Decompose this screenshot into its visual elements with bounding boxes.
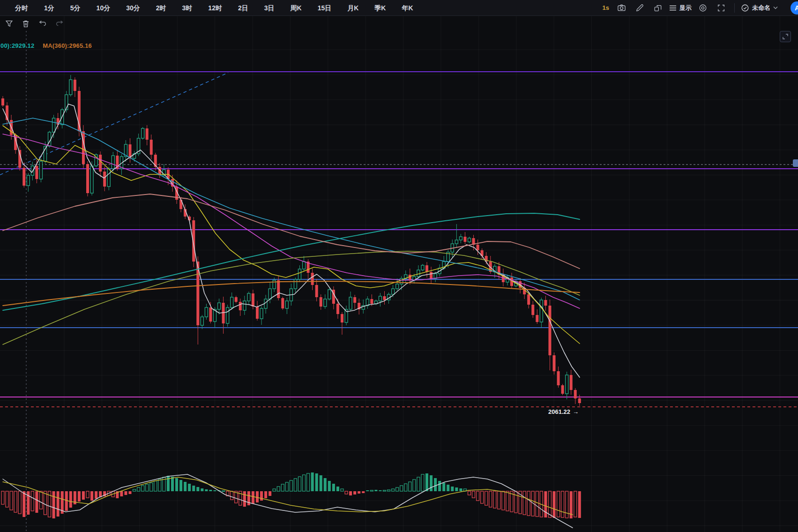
interval-button-2时[interactable]: 2时 [150,3,172,13]
interval-button-30分[interactable]: 30分 [120,3,146,13]
interval-button-2日[interactable]: 2日 [232,3,254,13]
avatar[interactable]: A [791,1,798,15]
cloud-sync-icon [741,4,749,12]
price-scale-handle[interactable] [793,159,798,167]
maximize-icon [783,34,788,39]
layout-name: 未命名 [752,4,770,12]
interval-button-10分[interactable]: 10分 [91,3,116,13]
indicator-legend[interactable]: 00):2929.12 MA(360):2965.16 [0,42,92,49]
interval-button-3时[interactable]: 3时 [177,3,198,13]
bar-countdown: 1s [603,4,609,11]
fullscreen-icon[interactable] [714,2,728,14]
target-icon[interactable] [696,2,710,14]
ma360-value: MA(360):2965.16 [43,42,92,49]
interval-button-15日[interactable]: 15日 [312,3,337,13]
last-price-value: 2061.22 [548,408,570,415]
toolbar-right-group: 1s 显示 [603,1,798,15]
interval-button-5分[interactable]: 5分 [65,3,86,13]
interval-button-1分[interactable]: 1分 [38,3,60,13]
trading-app-window: 00):2929.12 MA(360):2965.16 2061.22→ 分时1… [0,0,798,532]
filter-funnel-icon[interactable] [3,18,15,29]
interval-button-周K[interactable]: 周K [285,3,307,13]
trash-icon[interactable] [20,18,32,29]
chevron-down-icon [773,6,778,9]
redo-icon[interactable] [53,18,66,29]
maximize-pane-button[interactable] [780,31,791,42]
candlestick-chart[interactable] [0,0,798,532]
pencil-icon[interactable] [633,2,647,14]
interval-button-季K[interactable]: 季K [369,3,391,13]
top-toolbar: 分时1分5分10分30分2时3时12时2日3日周K15日月K季K年K 1s [0,0,798,16]
interval-button-年K[interactable]: 年K [396,3,418,13]
undo-icon[interactable] [37,18,49,29]
ma200-value: 00):2929.12 [0,42,34,49]
last-price-label: 2061.22→ [548,408,579,415]
display-settings-button[interactable]: 显示 [669,4,692,12]
camera-icon[interactable] [614,2,628,14]
interval-button-分时[interactable]: 分时 [9,3,34,13]
list-icon [669,5,677,11]
compare-icon[interactable] [651,2,665,14]
drawing-toolbar [0,18,66,29]
layout-menu-button[interactable]: 未命名 [741,4,778,12]
display-label: 显示 [679,4,692,12]
interval-switcher: 分时1分5分10分30分2时3时12时2日3日周K15日月K季K年K [0,3,424,13]
price-arrow-icon: → [573,408,579,415]
interval-button-12时[interactable]: 12时 [202,3,228,13]
interval-button-3日[interactable]: 3日 [259,3,280,13]
interval-button-月K[interactable]: 月K [342,3,364,13]
toolbar-divider [734,3,735,13]
